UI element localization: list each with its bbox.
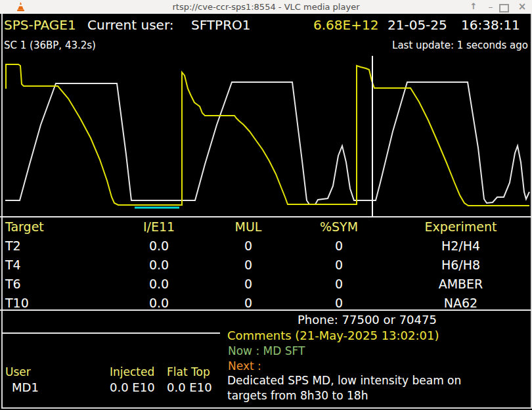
- comments-title: Comments (21-May-2025 13:02:01): [227, 329, 439, 342]
- vlc-window: rtsp://cve-ccr-sps1:8554 - VLC media pla…: [0, 0, 532, 410]
- rollup-button[interactable]: ↑: [466, 0, 481, 14]
- cell-experiment: NA62: [389, 294, 532, 313]
- injected-label: Injected: [110, 366, 154, 378]
- maximize-button[interactable]: [499, 4, 509, 12]
- minimize-button[interactable]: –: [483, 0, 498, 14]
- cell-mul: 0: [208, 294, 288, 313]
- page-title: SPS-PAGE1: [4, 18, 76, 32]
- user-label: User: [5, 366, 31, 378]
- cell-sym: 0: [288, 256, 389, 275]
- table-row: T4 0.0 0 0 H6/H8: [0, 256, 532, 275]
- next-comment-line2: targets from 8h30 to 18h: [227, 390, 368, 402]
- supercycle-label: SC 1 (36BP, 43.2s): [4, 40, 96, 51]
- time-value: 16:38:11: [461, 18, 520, 32]
- now-line: Now : MD SFT: [228, 345, 305, 357]
- last-update-label: Last update: 1 seconds ago: [392, 40, 528, 51]
- flattop-label: Flat Top: [167, 366, 210, 378]
- cell-ie11: 0.0: [110, 294, 208, 313]
- user-value: MD1: [12, 381, 39, 394]
- separator-comments: [1, 332, 220, 334]
- close-button[interactable]: ×: [515, 0, 529, 14]
- col-header-experiment: Experiment: [389, 217, 532, 237]
- cell-mul: 0: [208, 275, 288, 294]
- sps-page1-display: SPS-PAGE1 Current user: SFTPRO1 6.68E+12…: [0, 14, 532, 410]
- window-title: rtsp://cve-ccr-sps1:8554 - VLC media pla…: [0, 0, 532, 14]
- flattop-value: 0.0 E10: [167, 381, 212, 394]
- table-row: T10 0.0 0 0 NA62: [0, 294, 532, 313]
- cell-mul: 0: [208, 237, 288, 256]
- magnet-cycle-trace: [5, 82, 529, 204]
- beam-intensity-value: 6.68E+12: [313, 18, 378, 32]
- col-header-ie11: I/E11: [110, 217, 208, 237]
- table-row: T6 0.0 0 0 AMBER: [0, 275, 532, 294]
- beam-chart: [0, 56, 532, 217]
- cell-ie11: 0.0: [110, 275, 208, 294]
- col-header-target: Target: [0, 217, 110, 237]
- date-value: 21-05-25: [388, 18, 447, 32]
- current-user-label: Current user:: [87, 18, 173, 32]
- col-header-mul: MUL: [208, 217, 288, 237]
- cell-ie11: 0.0: [110, 237, 208, 256]
- cell-experiment: AMBER: [389, 275, 532, 294]
- cell-sym: 0: [288, 275, 389, 294]
- next-comment-line1: Dedicated SPS MD, low intensity beam on: [227, 375, 461, 387]
- cell-experiment: H6/H8: [389, 256, 532, 275]
- title-bar: rtsp://cve-ccr-sps1:8554 - VLC media pla…: [0, 0, 532, 14]
- cell-sym: 0: [288, 237, 389, 256]
- cell-target: T10: [0, 294, 110, 313]
- cell-target: T6: [0, 275, 110, 294]
- table-row: T2 0.0 0 0 H2/H4: [0, 237, 532, 256]
- next-label: Next :: [228, 360, 261, 373]
- table-header-row: Target I/E11 MUL %SYM Experiment: [0, 217, 532, 237]
- cell-mul: 0: [208, 256, 288, 275]
- cell-target: T2: [0, 237, 110, 256]
- beam-intensity-trace: [6, 64, 529, 206]
- cell-ie11: 0.0: [110, 256, 208, 275]
- cell-experiment: H2/H4: [389, 237, 532, 256]
- targets-table: Target I/E11 MUL %SYM Experiment T2 0.0 …: [0, 217, 532, 313]
- injected-value: 0.0 E10: [110, 381, 155, 394]
- cell-sym: 0: [288, 294, 389, 313]
- current-user-value: SFTPRO1: [191, 18, 251, 32]
- col-header-sym: %SYM: [288, 217, 389, 237]
- cell-target: T4: [0, 256, 110, 275]
- phone-label: Phone: 77500 or 70475: [298, 313, 437, 327]
